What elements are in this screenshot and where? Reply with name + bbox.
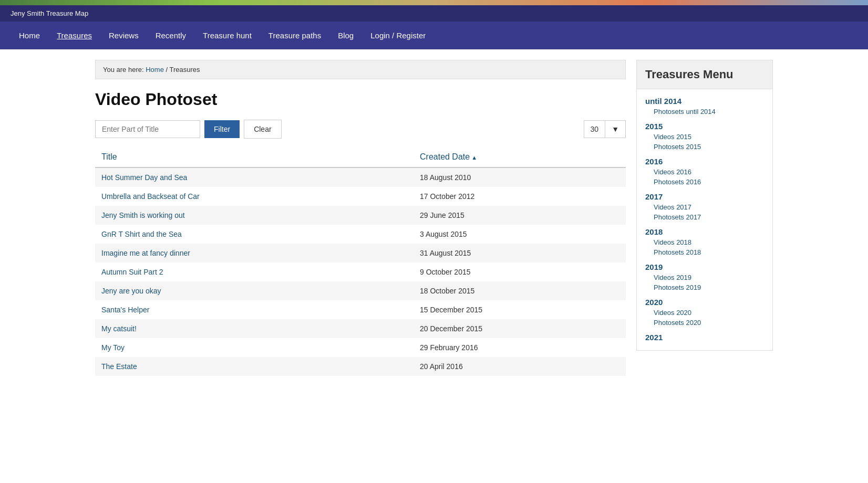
title-link[interactable]: Jeny Smith is working out (101, 211, 185, 219)
data-table: Title Created Date ▲ Hot Summer Day and … (95, 147, 626, 376)
breadcrumb-home[interactable]: Home (146, 66, 164, 74)
table-cell-date: 3 August 2015 (414, 225, 626, 244)
table-cell-date: 29 February 2016 (414, 338, 626, 357)
table-row: GnR T Shirt and the Sea 3 August 2015 (95, 225, 626, 244)
sidebar-year-until-2014[interactable]: until 2014 (645, 97, 764, 106)
table-cell-title: Jeny are you okay (95, 281, 414, 300)
per-page-dropdown-arrow[interactable]: ▼ (605, 121, 625, 138)
table-cell-title: My catsuit! (95, 319, 414, 338)
breadcrumb-current: Treasures (170, 66, 200, 74)
nav-home[interactable]: Home (11, 22, 48, 49)
sidebar-sub-videos-2020[interactable]: Videos 2020 (654, 309, 764, 317)
filter-button[interactable]: Filter (204, 120, 240, 138)
table-row: The Estate 20 April 2016 (95, 357, 626, 376)
table-header-row: Title Created Date ▲ (95, 147, 626, 167)
sort-title-link[interactable]: Title (101, 152, 117, 161)
table-cell-title: GnR T Shirt and the Sea (95, 225, 414, 244)
nav-reviews[interactable]: Reviews (100, 22, 147, 49)
sidebar-year-2017[interactable]: 2017 (645, 192, 764, 201)
table-row: Autumn Suit Part 2 9 October 2015 (95, 262, 626, 281)
nav-blog[interactable]: Blog (329, 22, 362, 49)
per-page-selector[interactable]: 30 ▼ (584, 120, 626, 138)
page-title: Video Photoset (95, 90, 626, 109)
filter-bar: Filter Clear 30 ▼ (95, 120, 626, 139)
table-cell-title: Jeny Smith is working out (95, 206, 414, 225)
table-cell-title: My Toy (95, 338, 414, 357)
table-cell-title: Imagine me at fancy dinner (95, 244, 414, 262)
table-row: Jeny Smith is working out 29 June 2015 (95, 206, 626, 225)
table-row: Hot Summer Day and Sea 18 August 2010 (95, 167, 626, 187)
title-link[interactable]: Jeny are you okay (101, 287, 161, 295)
table-cell-date: 20 December 2015 (414, 319, 626, 338)
sidebar-sub-photosets-2020[interactable]: Photosets 2020 (654, 319, 764, 327)
sidebar-menu: until 2014Photosets until 20142015Videos… (636, 89, 773, 351)
table-row: Imagine me at fancy dinner 31 August 201… (95, 244, 626, 262)
title-link[interactable]: Imagine me at fancy dinner (101, 249, 190, 257)
table-cell-date: 31 August 2015 (414, 244, 626, 262)
table-cell-title: Autumn Suit Part 2 (95, 262, 414, 281)
per-page-value: 30 (584, 121, 605, 138)
sidebar-year-2015[interactable]: 2015 (645, 122, 764, 131)
table-cell-date: 9 October 2015 (414, 262, 626, 281)
title-link[interactable]: Umbrella and Backseat of Car (101, 192, 200, 201)
sidebar-sub-photosets-2019[interactable]: Photosets 2019 (654, 284, 764, 291)
sidebar-year-2020[interactable]: 2020 (645, 298, 764, 307)
table-cell-date: 18 October 2015 (414, 281, 626, 300)
nav-bar: Home Treasures Reviews Recently Treasure… (0, 22, 868, 49)
main-content: You are here: Home / Treasures Video Pho… (95, 60, 626, 376)
col-header-title: Title (95, 147, 414, 167)
sidebar-menu-title: Treasures Menu (636, 60, 773, 89)
sidebar-year-2016[interactable]: 2016 (645, 157, 764, 166)
top-banner (0, 0, 868, 5)
table-cell-date: 15 December 2015 (414, 300, 626, 319)
sidebar-year-2021[interactable]: 2021 (645, 333, 764, 342)
sidebar-year-2018[interactable]: 2018 (645, 227, 764, 236)
nav-treasures[interactable]: Treasures (48, 22, 100, 49)
nav-treasure-paths[interactable]: Treasure paths (260, 22, 329, 49)
title-link[interactable]: The Estate (101, 362, 137, 371)
sort-date-link[interactable]: Created Date ▲ (420, 152, 477, 161)
table-cell-title: Umbrella and Backseat of Car (95, 187, 414, 206)
sidebar-sub-videos-2019[interactable]: Videos 2019 (654, 274, 764, 281)
table-cell-date: 18 August 2010 (414, 167, 626, 187)
table-row: My Toy 29 February 2016 (95, 338, 626, 357)
sidebar: Treasures Menu until 2014Photosets until… (636, 60, 773, 376)
sidebar-sub-videos-2016[interactable]: Videos 2016 (654, 168, 764, 176)
sidebar-sub-photosets-2016[interactable]: Photosets 2016 (654, 178, 764, 186)
sidebar-sub-videos-2017[interactable]: Videos 2017 (654, 203, 764, 211)
sidebar-sub-photosets-2015[interactable]: Photosets 2015 (654, 143, 764, 151)
table-row: Santa's Helper 15 December 2015 (95, 300, 626, 319)
sort-arrow-icon: ▲ (470, 154, 477, 161)
sidebar-sub-videos-2015[interactable]: Videos 2015 (654, 133, 764, 141)
nav-treasure-hunt[interactable]: Treasure hunt (194, 22, 260, 49)
table-cell-title: Santa's Helper (95, 300, 414, 319)
title-filter-input[interactable] (95, 120, 200, 138)
title-link[interactable]: GnR T Shirt and the Sea (101, 230, 182, 238)
table-row: Umbrella and Backseat of Car 17 October … (95, 187, 626, 206)
table-cell-date: 20 April 2016 (414, 357, 626, 376)
title-link[interactable]: Santa's Helper (101, 306, 149, 314)
table-cell-date: 29 June 2015 (414, 206, 626, 225)
table-row: Jeny are you okay 18 October 2015 (95, 281, 626, 300)
sidebar-sub-photosets-until-2014[interactable]: Photosets until 2014 (654, 108, 764, 116)
sidebar-year-2019[interactable]: 2019 (645, 262, 764, 271)
site-title-bar: Jeny Smith Treasure Map (0, 5, 868, 22)
sidebar-sub-photosets-2017[interactable]: Photosets 2017 (654, 213, 764, 221)
nav-login-register[interactable]: Login / Register (362, 22, 434, 49)
title-link[interactable]: My catsuit! (101, 324, 137, 333)
clear-button[interactable]: Clear (244, 120, 281, 139)
sidebar-sub-photosets-2018[interactable]: Photosets 2018 (654, 248, 764, 256)
breadcrumb-prefix: You are here: (103, 66, 146, 74)
table-row: My catsuit! 20 December 2015 (95, 319, 626, 338)
title-link[interactable]: Autumn Suit Part 2 (101, 268, 163, 276)
nav-recently[interactable]: Recently (147, 22, 194, 49)
title-link[interactable]: My Toy (101, 343, 125, 352)
site-title: Jeny Smith Treasure Map (11, 9, 88, 17)
table-body: Hot Summer Day and Sea 18 August 2010 Um… (95, 167, 626, 376)
col-header-date: Created Date ▲ (414, 147, 626, 167)
table-cell-title: Hot Summer Day and Sea (95, 167, 414, 187)
breadcrumb-separator: / (166, 66, 170, 74)
title-link[interactable]: Hot Summer Day and Sea (101, 173, 187, 182)
breadcrumb: You are here: Home / Treasures (95, 60, 626, 79)
sidebar-sub-videos-2018[interactable]: Videos 2018 (654, 238, 764, 246)
